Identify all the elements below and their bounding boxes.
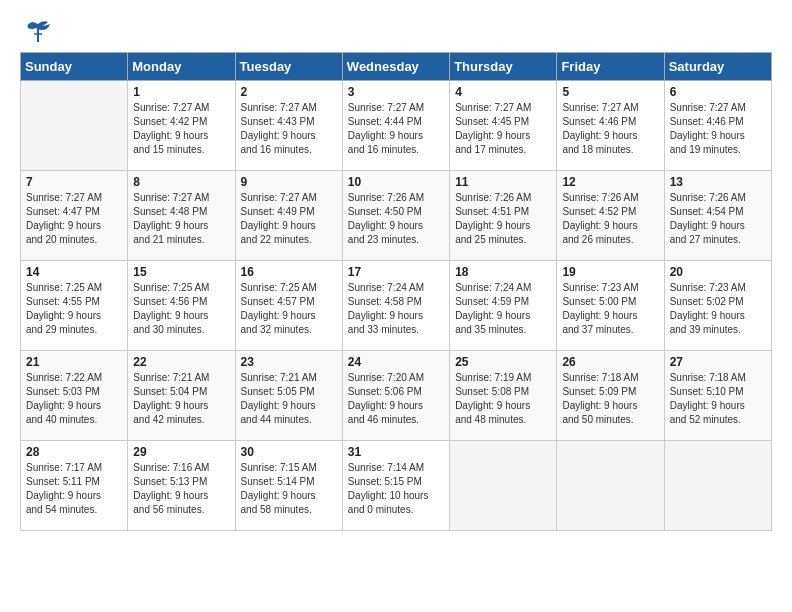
calendar-week-row: 14Sunrise: 7:25 AM Sunset: 4:55 PM Dayli… — [21, 261, 772, 351]
day-number: 14 — [26, 265, 122, 279]
day-info: Sunrise: 7:15 AM Sunset: 5:14 PM Dayligh… — [241, 461, 337, 517]
day-number: 10 — [348, 175, 444, 189]
day-number: 30 — [241, 445, 337, 459]
calendar-day-cell: 11Sunrise: 7:26 AM Sunset: 4:51 PM Dayli… — [450, 171, 557, 261]
day-info: Sunrise: 7:27 AM Sunset: 4:42 PM Dayligh… — [133, 101, 229, 157]
day-number: 11 — [455, 175, 551, 189]
logo-bird-icon — [24, 20, 52, 42]
calendar-table: SundayMondayTuesdayWednesdayThursdayFrid… — [20, 52, 772, 531]
day-number: 12 — [562, 175, 658, 189]
day-number: 23 — [241, 355, 337, 369]
day-info: Sunrise: 7:27 AM Sunset: 4:46 PM Dayligh… — [670, 101, 766, 157]
day-header-saturday: Saturday — [664, 53, 771, 81]
calendar-day-cell: 23Sunrise: 7:21 AM Sunset: 5:05 PM Dayli… — [235, 351, 342, 441]
day-info: Sunrise: 7:27 AM Sunset: 4:46 PM Dayligh… — [562, 101, 658, 157]
day-number: 17 — [348, 265, 444, 279]
calendar-day-cell: 16Sunrise: 7:25 AM Sunset: 4:57 PM Dayli… — [235, 261, 342, 351]
calendar-day-cell: 29Sunrise: 7:16 AM Sunset: 5:13 PM Dayli… — [128, 441, 235, 531]
day-info: Sunrise: 7:27 AM Sunset: 4:47 PM Dayligh… — [26, 191, 122, 247]
calendar-day-cell — [450, 441, 557, 531]
calendar-day-cell: 27Sunrise: 7:18 AM Sunset: 5:10 PM Dayli… — [664, 351, 771, 441]
calendar-day-cell: 7Sunrise: 7:27 AM Sunset: 4:47 PM Daylig… — [21, 171, 128, 261]
calendar-day-cell: 3Sunrise: 7:27 AM Sunset: 4:44 PM Daylig… — [342, 81, 449, 171]
day-number: 16 — [241, 265, 337, 279]
calendar-day-cell: 13Sunrise: 7:26 AM Sunset: 4:54 PM Dayli… — [664, 171, 771, 261]
calendar-day-cell: 4Sunrise: 7:27 AM Sunset: 4:45 PM Daylig… — [450, 81, 557, 171]
day-info: Sunrise: 7:23 AM Sunset: 5:02 PM Dayligh… — [670, 281, 766, 337]
calendar-day-cell: 20Sunrise: 7:23 AM Sunset: 5:02 PM Dayli… — [664, 261, 771, 351]
calendar-day-cell: 15Sunrise: 7:25 AM Sunset: 4:56 PM Dayli… — [128, 261, 235, 351]
day-info: Sunrise: 7:27 AM Sunset: 4:45 PM Dayligh… — [455, 101, 551, 157]
day-number: 3 — [348, 85, 444, 99]
day-number: 18 — [455, 265, 551, 279]
day-info: Sunrise: 7:23 AM Sunset: 5:00 PM Dayligh… — [562, 281, 658, 337]
day-number: 24 — [348, 355, 444, 369]
calendar-week-row: 28Sunrise: 7:17 AM Sunset: 5:11 PM Dayli… — [21, 441, 772, 531]
day-header-friday: Friday — [557, 53, 664, 81]
calendar-day-cell: 1Sunrise: 7:27 AM Sunset: 4:42 PM Daylig… — [128, 81, 235, 171]
calendar-day-cell: 19Sunrise: 7:23 AM Sunset: 5:00 PM Dayli… — [557, 261, 664, 351]
calendar-day-cell: 2Sunrise: 7:27 AM Sunset: 4:43 PM Daylig… — [235, 81, 342, 171]
calendar-day-cell — [21, 81, 128, 171]
calendar-day-cell: 14Sunrise: 7:25 AM Sunset: 4:55 PM Dayli… — [21, 261, 128, 351]
calendar-week-row: 1Sunrise: 7:27 AM Sunset: 4:42 PM Daylig… — [21, 81, 772, 171]
day-info: Sunrise: 7:27 AM Sunset: 4:44 PM Dayligh… — [348, 101, 444, 157]
day-number: 27 — [670, 355, 766, 369]
day-info: Sunrise: 7:24 AM Sunset: 4:59 PM Dayligh… — [455, 281, 551, 337]
day-info: Sunrise: 7:25 AM Sunset: 4:57 PM Dayligh… — [241, 281, 337, 337]
calendar-day-cell: 6Sunrise: 7:27 AM Sunset: 4:46 PM Daylig… — [664, 81, 771, 171]
day-info: Sunrise: 7:25 AM Sunset: 4:55 PM Dayligh… — [26, 281, 122, 337]
calendar-day-cell: 31Sunrise: 7:14 AM Sunset: 5:15 PM Dayli… — [342, 441, 449, 531]
day-info: Sunrise: 7:26 AM Sunset: 4:51 PM Dayligh… — [455, 191, 551, 247]
calendar-week-row: 21Sunrise: 7:22 AM Sunset: 5:03 PM Dayli… — [21, 351, 772, 441]
day-number: 1 — [133, 85, 229, 99]
logo — [20, 20, 52, 42]
day-info: Sunrise: 7:27 AM Sunset: 4:43 PM Dayligh… — [241, 101, 337, 157]
calendar-day-cell: 18Sunrise: 7:24 AM Sunset: 4:59 PM Dayli… — [450, 261, 557, 351]
day-number: 2 — [241, 85, 337, 99]
day-number: 15 — [133, 265, 229, 279]
day-number: 8 — [133, 175, 229, 189]
calendar-day-cell: 5Sunrise: 7:27 AM Sunset: 4:46 PM Daylig… — [557, 81, 664, 171]
day-info: Sunrise: 7:20 AM Sunset: 5:06 PM Dayligh… — [348, 371, 444, 427]
day-header-monday: Monday — [128, 53, 235, 81]
day-number: 22 — [133, 355, 229, 369]
day-number: 21 — [26, 355, 122, 369]
calendar-day-cell: 10Sunrise: 7:26 AM Sunset: 4:50 PM Dayli… — [342, 171, 449, 261]
calendar-day-cell: 22Sunrise: 7:21 AM Sunset: 5:04 PM Dayli… — [128, 351, 235, 441]
day-info: Sunrise: 7:26 AM Sunset: 4:54 PM Dayligh… — [670, 191, 766, 247]
day-info: Sunrise: 7:17 AM Sunset: 5:11 PM Dayligh… — [26, 461, 122, 517]
day-number: 4 — [455, 85, 551, 99]
calendar-day-cell: 26Sunrise: 7:18 AM Sunset: 5:09 PM Dayli… — [557, 351, 664, 441]
day-number: 7 — [26, 175, 122, 189]
day-info: Sunrise: 7:26 AM Sunset: 4:50 PM Dayligh… — [348, 191, 444, 247]
calendar-day-cell — [557, 441, 664, 531]
day-number: 13 — [670, 175, 766, 189]
day-info: Sunrise: 7:26 AM Sunset: 4:52 PM Dayligh… — [562, 191, 658, 247]
calendar-day-cell: 21Sunrise: 7:22 AM Sunset: 5:03 PM Dayli… — [21, 351, 128, 441]
day-number: 5 — [562, 85, 658, 99]
day-number: 29 — [133, 445, 229, 459]
calendar-day-cell: 28Sunrise: 7:17 AM Sunset: 5:11 PM Dayli… — [21, 441, 128, 531]
day-header-wednesday: Wednesday — [342, 53, 449, 81]
calendar-day-cell: 9Sunrise: 7:27 AM Sunset: 4:49 PM Daylig… — [235, 171, 342, 261]
day-number: 31 — [348, 445, 444, 459]
day-number: 20 — [670, 265, 766, 279]
day-info: Sunrise: 7:21 AM Sunset: 5:04 PM Dayligh… — [133, 371, 229, 427]
calendar-day-cell: 8Sunrise: 7:27 AM Sunset: 4:48 PM Daylig… — [128, 171, 235, 261]
calendar-day-cell: 25Sunrise: 7:19 AM Sunset: 5:08 PM Dayli… — [450, 351, 557, 441]
day-info: Sunrise: 7:27 AM Sunset: 4:49 PM Dayligh… — [241, 191, 337, 247]
calendar-day-cell: 30Sunrise: 7:15 AM Sunset: 5:14 PM Dayli… — [235, 441, 342, 531]
day-number: 28 — [26, 445, 122, 459]
day-header-tuesday: Tuesday — [235, 53, 342, 81]
day-info: Sunrise: 7:16 AM Sunset: 5:13 PM Dayligh… — [133, 461, 229, 517]
page-header — [20, 20, 772, 42]
day-info: Sunrise: 7:14 AM Sunset: 5:15 PM Dayligh… — [348, 461, 444, 517]
calendar-day-cell: 24Sunrise: 7:20 AM Sunset: 5:06 PM Dayli… — [342, 351, 449, 441]
calendar-day-cell: 12Sunrise: 7:26 AM Sunset: 4:52 PM Dayli… — [557, 171, 664, 261]
day-number: 19 — [562, 265, 658, 279]
day-info: Sunrise: 7:21 AM Sunset: 5:05 PM Dayligh… — [241, 371, 337, 427]
day-info: Sunrise: 7:25 AM Sunset: 4:56 PM Dayligh… — [133, 281, 229, 337]
day-info: Sunrise: 7:22 AM Sunset: 5:03 PM Dayligh… — [26, 371, 122, 427]
day-number: 9 — [241, 175, 337, 189]
